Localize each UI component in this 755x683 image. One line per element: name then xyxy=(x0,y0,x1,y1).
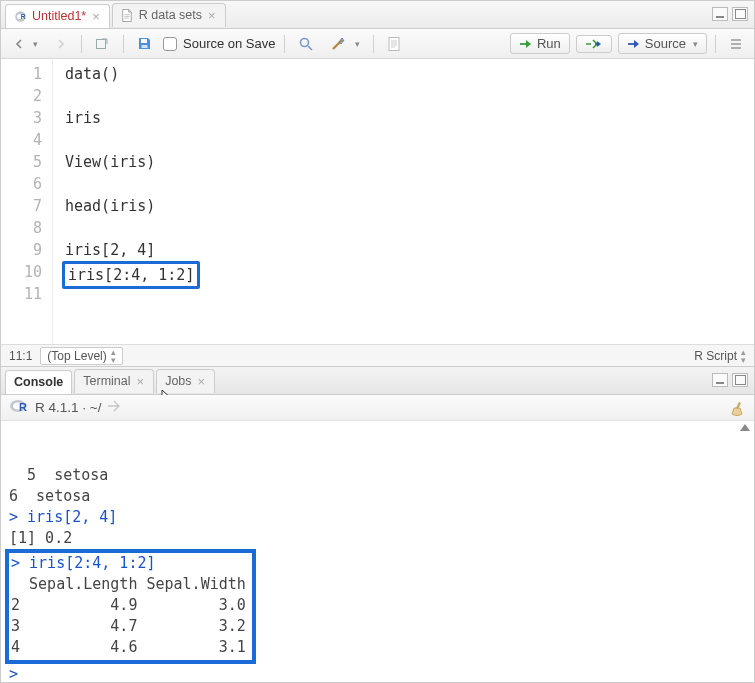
editor-tabbar: R Untitled1* × R data sets × xyxy=(1,1,754,29)
svg-rect-3 xyxy=(97,39,106,48)
show-in-new-window-button[interactable] xyxy=(90,35,115,53)
window-controls xyxy=(712,7,748,21)
nav-forward-button[interactable] xyxy=(49,35,73,53)
clear-console-icon[interactable] xyxy=(728,400,746,421)
source-on-save-label: Source on Save xyxy=(183,36,276,51)
outline-button[interactable] xyxy=(724,35,748,53)
svg-text:R: R xyxy=(21,13,26,20)
text-doc-icon xyxy=(121,8,134,23)
nav-back-button[interactable] xyxy=(7,35,43,53)
scroll-up-icon[interactable] xyxy=(740,424,750,431)
close-icon[interactable]: × xyxy=(207,9,217,22)
sort-icon: ▴▾ xyxy=(741,348,746,364)
go-to-dir-icon[interactable] xyxy=(107,400,121,415)
svg-text:R: R xyxy=(19,401,27,413)
editor-statusbar: 11:1 (Top Level) ▴▾ R Script ▴▾ xyxy=(1,344,754,366)
compile-report-button[interactable] xyxy=(382,34,406,54)
tab-label: Terminal xyxy=(83,374,130,388)
r-doc-icon: R xyxy=(14,9,27,24)
source-button[interactable]: Source xyxy=(618,33,707,54)
close-icon[interactable]: × xyxy=(136,375,146,388)
close-icon[interactable]: × xyxy=(91,10,101,23)
language-label: R Script xyxy=(694,349,737,363)
tab-label: Jobs xyxy=(165,374,191,388)
tab-terminal[interactable]: Terminal × xyxy=(74,369,154,393)
r-version-label: R 4.1.1 · ~/ xyxy=(35,400,101,415)
tab-untitled1[interactable]: R Untitled1* × xyxy=(5,4,110,28)
console-tabbar: Console Terminal × Jobs × xyxy=(1,367,754,395)
r-logo-icon: R xyxy=(9,398,29,417)
maximize-button[interactable] xyxy=(732,373,748,387)
tab-console[interactable]: Console xyxy=(5,370,72,394)
tab-label: R data sets xyxy=(139,8,202,22)
svg-rect-5 xyxy=(142,45,148,48)
source-on-save-checkbox[interactable] xyxy=(163,37,177,51)
tab-label: Untitled1* xyxy=(32,9,86,23)
scope-label: (Top Level) xyxy=(47,349,106,363)
cursor-position: 11:1 xyxy=(9,349,32,363)
svg-rect-4 xyxy=(141,39,147,43)
rerun-button[interactable] xyxy=(576,35,612,53)
tab-jobs[interactable]: Jobs × xyxy=(156,369,215,393)
scope-selector[interactable]: (Top Level) ▴▾ xyxy=(40,347,122,365)
code-content[interactable]: data() iris View(iris) head(iris) iris[2… xyxy=(53,59,200,344)
svg-point-6 xyxy=(300,38,308,46)
source-label: Source xyxy=(645,36,686,51)
sort-icon: ▴▾ xyxy=(111,348,116,364)
editor-toolbar: Source on Save Run Source xyxy=(1,29,754,59)
find-button[interactable] xyxy=(293,34,319,54)
console-output[interactable]: 5 setosa 6 setosa > iris[2, 4] [1] 0.2 >… xyxy=(1,421,754,683)
tab-r-data-sets[interactable]: R data sets × xyxy=(112,3,226,27)
console-info-bar: R R 4.1.1 · ~/ xyxy=(1,395,754,421)
maximize-button[interactable] xyxy=(732,7,748,21)
code-tools-button[interactable] xyxy=(325,34,365,54)
svg-rect-7 xyxy=(389,37,399,50)
save-button[interactable] xyxy=(132,34,157,53)
tab-label: Console xyxy=(14,375,63,389)
minimize-button[interactable] xyxy=(712,7,728,21)
line-gutter: 1 2 3 4 5 6 7 8 9 10 11 xyxy=(1,59,53,344)
minimize-button[interactable] xyxy=(712,373,728,387)
console-pane: Console Terminal × Jobs × R R 4.1.1 · ~/… xyxy=(1,367,754,683)
editor-pane: R Untitled1* × R data sets × xyxy=(1,1,754,367)
run-label: Run xyxy=(537,36,561,51)
code-editor[interactable]: 1 2 3 4 5 6 7 8 9 10 11 data() iris View… xyxy=(1,59,754,344)
window-controls xyxy=(712,373,748,387)
run-button[interactable]: Run xyxy=(510,33,570,54)
close-icon[interactable]: × xyxy=(197,375,207,388)
